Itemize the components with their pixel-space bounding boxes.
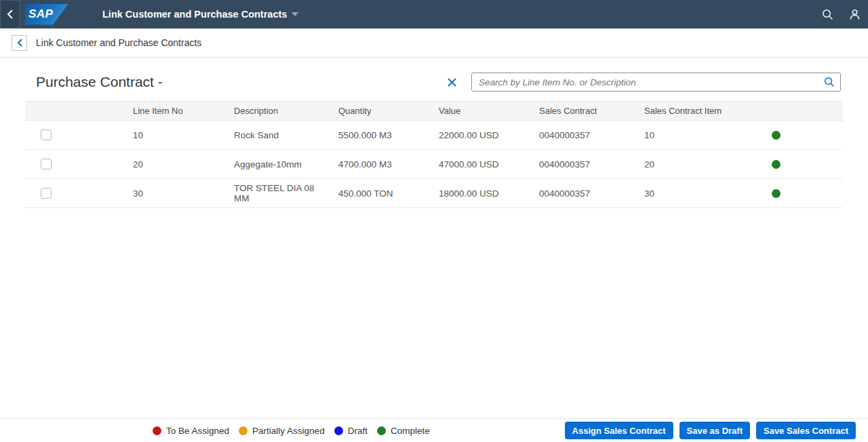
shell-app-title[interactable]: Link Customer and Purchase Contracts [102, 9, 298, 20]
search-input[interactable] [479, 77, 824, 87]
save-sales-contract-button[interactable]: Save Sales Contract [756, 422, 856, 439]
table-row[interactable]: 10 Rock Sand 5500.000 M3 22000.00 USD 00… [25, 121, 843, 150]
shell-profile-button[interactable] [841, 0, 868, 28]
status-dot [772, 189, 781, 198]
table-row[interactable]: 20 Aggegate-10mm 4700.000 M3 47000.00 US… [25, 150, 843, 179]
column-header: Line Item No [125, 102, 226, 121]
footer-bar: To Be Assigned Partially Assigned Draft … [0, 418, 868, 442]
line-items-table: Line Item No Description Quantity Value … [25, 101, 843, 208]
chevron-left-icon [16, 39, 23, 47]
quantity-cell: 450.000 TON [330, 179, 431, 208]
close-icon [447, 77, 457, 87]
column-header: Sales Contract [531, 102, 636, 121]
shell-back-button[interactable] [0, 0, 20, 28]
table-row[interactable]: 30 TOR STEEL DIA 08 MM 450.000 TON 18000… [25, 179, 843, 208]
legend-item: Complete [377, 426, 430, 436]
to-be-assigned-dot-icon [153, 426, 161, 435]
shell-title-label: Link Customer and Purchase Contracts [102, 9, 287, 20]
search-icon[interactable] [824, 77, 835, 87]
line-item-no-cell: 10 [125, 121, 226, 150]
status-dot [772, 131, 781, 140]
status-column-header [734, 102, 843, 121]
column-header: Value [431, 102, 531, 121]
page-title: Link Customer and Purchase Contracts [36, 37, 201, 48]
sales-contract-item-cell: 20 [636, 150, 734, 179]
sales-contract-cell: 0040000357 [531, 150, 636, 179]
legend-label: To Be Assigned [166, 426, 229, 436]
search-icon [822, 9, 833, 20]
shell-search-button[interactable] [814, 0, 841, 28]
line-item-no-cell: 30 [125, 179, 226, 208]
column-header: Description [226, 102, 330, 121]
sap-logo-text: SAP [25, 7, 53, 21]
status-dot [772, 160, 781, 169]
person-icon [849, 9, 861, 20]
column-header: Sales Contract Item [636, 102, 734, 121]
row-select-checkbox[interactable] [41, 188, 52, 199]
description-cell: TOR STEEL DIA 08 MM [226, 179, 330, 208]
legend-item: Draft [334, 426, 368, 436]
row-select-checkbox[interactable] [41, 129, 52, 140]
search-field [471, 73, 841, 92]
footer-actions: Assign Sales Contract Save as Draft Save… [565, 422, 856, 439]
table-toolbar: Purchase Contract - [0, 58, 868, 98]
description-cell: Rock Sand [226, 121, 330, 150]
value-cell: 18000.00 USD [431, 179, 531, 208]
shell-bar: SAP Link Customer and Purchase Contracts [0, 0, 868, 28]
chevron-down-icon [292, 12, 298, 16]
sales-contract-cell: 0040000357 [531, 179, 636, 208]
value-cell: 22000.00 USD [431, 121, 531, 150]
description-cell: Aggegate-10mm [226, 150, 330, 179]
line-item-no-cell: 20 [125, 150, 226, 179]
sales-contract-item-cell: 30 [636, 179, 734, 208]
legend-item: Partially Assigned [239, 426, 325, 436]
column-header: Quantity [330, 102, 431, 121]
row-select-checkbox[interactable] [41, 159, 52, 169]
draft-dot-icon [334, 426, 343, 435]
quantity-cell: 5500.000 M3 [330, 121, 431, 150]
clear-button[interactable] [443, 73, 460, 91]
legend-label: Draft [348, 426, 368, 436]
partially-assigned-dot-icon [239, 426, 248, 435]
complete-dot-icon [377, 426, 386, 435]
legend-label: Complete [391, 426, 430, 436]
status-legend: To Be Assigned Partially Assigned Draft … [153, 426, 430, 436]
page-back-button[interactable] [12, 35, 27, 51]
legend-label: Partially Assigned [252, 426, 325, 436]
sales-contract-item-cell: 10 [636, 121, 734, 150]
sap-logo: SAP [25, 4, 68, 25]
save-as-draft-button[interactable]: Save as Draft [679, 422, 750, 439]
app-window: SAP Link Customer and Purchase Contracts… [0, 0, 868, 442]
select-column-header [25, 102, 125, 121]
table-header-row: Line Item No Description Quantity Value … [25, 102, 843, 121]
quantity-cell: 4700.000 M3 [330, 150, 431, 179]
value-cell: 47000.00 USD [431, 150, 531, 179]
sales-contract-cell: 0040000357 [531, 121, 636, 150]
assign-sales-contract-button[interactable]: Assign Sales Contract [565, 422, 673, 439]
purchase-contract-title: Purchase Contract - [36, 74, 163, 90]
legend-item: To Be Assigned [153, 426, 229, 436]
page-header: Link Customer and Purchase Contracts [0, 28, 868, 58]
chevron-left-icon [6, 9, 14, 19]
